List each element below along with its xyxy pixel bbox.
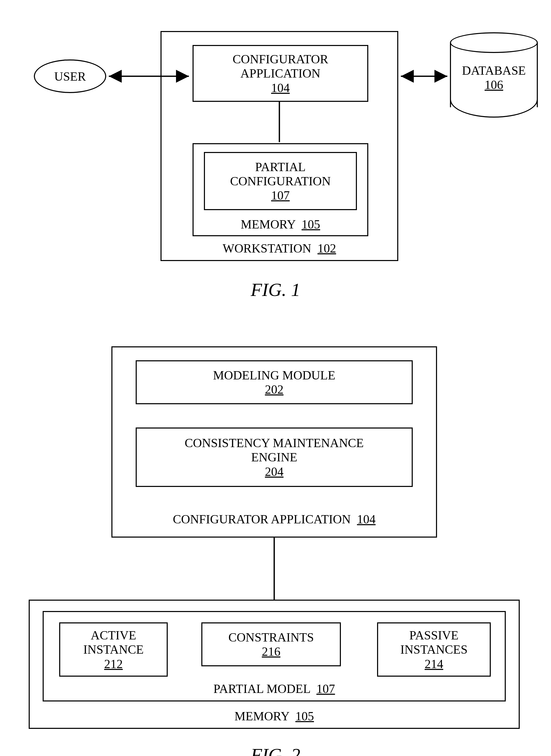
constraints-ref: 216 bbox=[262, 644, 281, 659]
consistency-engine-ref: 204 bbox=[265, 465, 284, 479]
consistency-engine-box: CONSISTENCY MAINTENANCE ENGINE 204 bbox=[136, 428, 413, 487]
modeling-module-label: MODELING MODULE bbox=[213, 368, 335, 382]
line-configurator-memory bbox=[271, 538, 277, 601]
modeling-module-box: MODELING MODULE 202 bbox=[136, 360, 413, 404]
workstation-box: CONFIGURATOR APPLICATION 104 PARTIAL CON… bbox=[160, 31, 398, 261]
figure-2-caption: FIG. 2 bbox=[11, 744, 540, 756]
modeling-module-ref: 202 bbox=[265, 382, 284, 397]
constraints-label: CONSTRAINTS bbox=[228, 630, 314, 644]
configurator-application-label: CONFIGURATOR APPLICATION bbox=[232, 52, 328, 80]
memory-ref: 105 bbox=[296, 709, 314, 723]
database-ref: 106 bbox=[450, 78, 538, 92]
partial-configuration-ref: 107 bbox=[271, 188, 290, 202]
memory-box: PARTIAL CONFIGURATION 107 MEMORY 105 bbox=[192, 143, 368, 236]
configurator-application-label: CONFIGURATOR APPLICATION bbox=[173, 512, 351, 526]
line-configurator-memory bbox=[277, 101, 282, 143]
configurator-application-box: CONFIGURATOR APPLICATION 104 bbox=[192, 45, 368, 102]
memory-label: MEMORY bbox=[234, 709, 289, 723]
figure-1-caption: FIG. 1 bbox=[11, 279, 540, 300]
arrow-user-configurator bbox=[106, 71, 191, 81]
memory-label: MEMORY bbox=[240, 217, 296, 231]
passive-instances-label: PASSIVE INSTANCES bbox=[400, 628, 468, 657]
workstation-label: WORKSTATION bbox=[223, 241, 312, 255]
partial-configuration-label: PARTIAL CONFIGURATION bbox=[230, 160, 331, 188]
partial-model-ref: 107 bbox=[316, 682, 335, 696]
memory-label-row: MEMORY 105 bbox=[30, 709, 519, 723]
memory-outer-box: ACTIVE INSTANCE 212 CONSTRAINTS 216 PASS… bbox=[29, 600, 520, 729]
partial-model-box: ACTIVE INSTANCE 212 CONSTRAINTS 216 PASS… bbox=[43, 611, 506, 701]
workstation-ref: 102 bbox=[318, 241, 336, 255]
database-text: DATABASE 106 bbox=[450, 63, 538, 92]
active-instance-ref: 212 bbox=[104, 657, 123, 671]
user-node: USER bbox=[34, 59, 106, 93]
workstation-label-row: WORKSTATION 102 bbox=[161, 241, 397, 255]
arrow-configurator-database bbox=[398, 71, 450, 81]
configurator-application-ref: 104 bbox=[271, 81, 290, 95]
partial-model-label: PARTIAL MODEL bbox=[213, 682, 310, 696]
database-cylinder: DATABASE 106 bbox=[450, 32, 538, 118]
active-instance-box: ACTIVE INSTANCE 212 bbox=[59, 622, 168, 677]
configurator-application-ref: 104 bbox=[357, 512, 376, 526]
partial-model-label-row: PARTIAL MODEL 107 bbox=[44, 682, 505, 696]
database-label: DATABASE bbox=[450, 63, 538, 78]
memory-ref: 105 bbox=[302, 217, 320, 231]
configurator-application-outer-box: MODELING MODULE 202 CONSISTENCY MAINTENA… bbox=[111, 346, 437, 538]
partial-configuration-box: PARTIAL CONFIGURATION 107 bbox=[204, 152, 357, 210]
configurator-application-label-row: CONFIGURATOR APPLICATION 104 bbox=[112, 512, 436, 526]
figure-2: MODELING MODULE 202 CONSISTENCY MAINTENA… bbox=[11, 341, 540, 756]
user-label: USER bbox=[54, 69, 86, 83]
passive-instances-box: PASSIVE INSTANCES 214 bbox=[377, 622, 491, 677]
memory-label-row: MEMORY 105 bbox=[193, 217, 367, 231]
passive-instances-ref: 214 bbox=[425, 657, 443, 671]
constraints-box: CONSTRAINTS 216 bbox=[201, 622, 341, 666]
figure-1: USER CONFIGURATOR APPLICATION 104 PARTIA… bbox=[11, 10, 540, 320]
consistency-engine-label: CONSISTENCY MAINTENANCE ENGINE bbox=[185, 436, 364, 464]
active-instance-label: ACTIVE INSTANCE bbox=[83, 628, 143, 657]
